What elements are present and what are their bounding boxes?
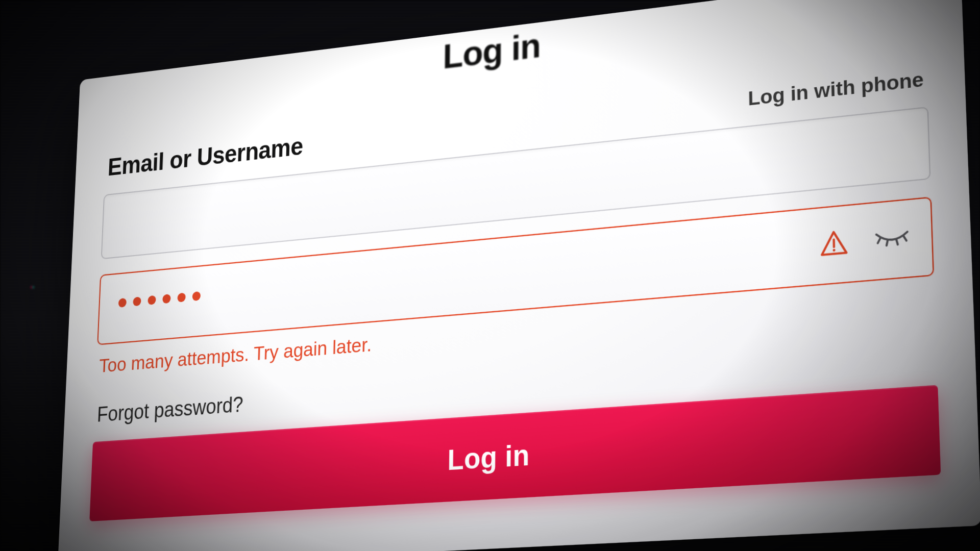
svg-line-5 <box>904 236 906 241</box>
eye-closed-icon[interactable] <box>874 227 911 249</box>
login-card: Log in Email or Username Log in with pho… <box>58 0 980 551</box>
login-with-phone-link[interactable]: Log in with phone <box>748 67 924 110</box>
svg-line-2 <box>877 239 880 243</box>
email-username-label: Email or Username <box>107 132 303 181</box>
forgot-password-link[interactable]: Forgot password? <box>96 392 243 427</box>
svg-point-1 <box>833 249 836 252</box>
svg-line-4 <box>896 239 898 244</box>
password-input-icons <box>820 223 911 258</box>
svg-line-3 <box>887 240 888 245</box>
password-masked-value: •••••• <box>117 295 206 303</box>
login-scene: Log in Email or Username Log in with pho… <box>490 276 980 551</box>
warning-triangle-icon <box>820 229 848 258</box>
